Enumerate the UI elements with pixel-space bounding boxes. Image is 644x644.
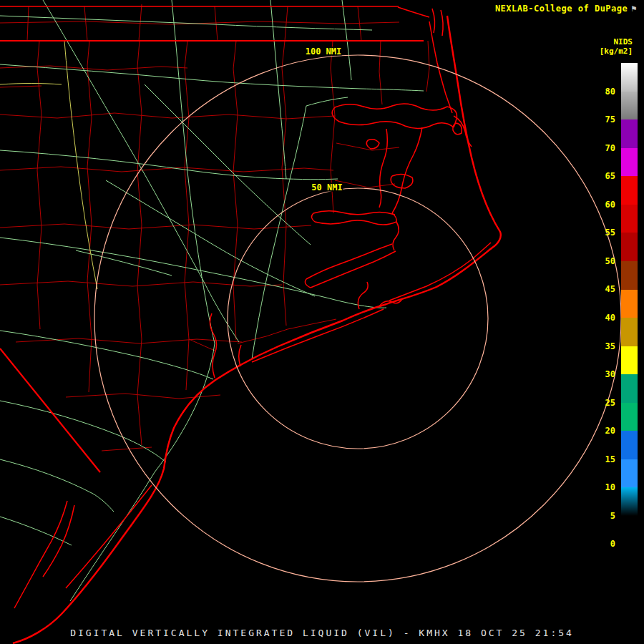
colorbar-tick-label: 40 [605,313,615,323]
colorbar-tick-label: 35 [605,341,615,351]
colorbar-segment [621,119,638,148]
range-ring-50nmi [228,188,488,449]
colorbar-tick-label: 75 [605,114,615,125]
colorbar-segment [621,261,638,290]
colorbar-tick-label: 25 [605,398,615,408]
colorbar-segment [621,346,638,375]
range-ring-label-100: 100 NMI [306,47,342,57]
colorbar-segment [621,431,638,459]
colorbar-segment [621,516,638,545]
colorbar-tick-label: 55 [605,228,615,238]
colorbar-segment [621,148,638,177]
colorbar-segment [621,205,638,233]
colorbar-segment [621,459,638,488]
colorbar-tick-label: 0 [610,539,615,549]
water-features-layer [14,7,491,608]
colorbar-segment [621,290,638,318]
colorbar [621,63,638,572]
colorbar-segment [621,176,638,205]
state-borders-layer [0,6,424,472]
colorbar-tick-label: 80 [605,87,615,97]
colorbar-tick-label: 60 [605,200,615,210]
colorbar-segment [621,233,638,261]
product-title: NIDS [600,37,633,47]
colorbar-segment [621,403,638,431]
colorbar-segment [621,487,638,516]
colorbar-segment [621,63,638,92]
map-svg: 50 NMI 100 NMI [0,0,644,644]
attribution-text: NEXLAB-College of DuPage [495,4,628,14]
colorbar-segment [621,92,638,120]
colorbar-tick-label: 20 [605,426,615,436]
attribution-bar: NEXLAB-College of DuPage ⚑ [495,4,637,14]
colorbar-tick-label: 5 [610,511,615,521]
county-boundaries-layer [0,4,429,451]
colorbar-segment [621,374,638,403]
colorbar-segment [621,545,638,573]
colorbar-title-block: NIDS [kg/m2] [600,37,633,56]
colorbar-tick-label: 45 [605,284,615,294]
colorbar-tick-label: 50 [605,256,615,266]
product-units: [kg/m2] [600,47,633,56]
colorbar-tick-label: 15 [605,454,615,464]
cod-flag-icon: ⚑ [631,4,637,14]
range-ring-100nmi [94,55,621,582]
radar-display: 50 NMI 100 NMI NEXLAB-College of DuPage … [0,0,644,644]
colorbar-tick-label: 30 [605,369,615,379]
colorbar-tick-label: 65 [605,171,615,181]
colorbar-segment [621,318,638,346]
range-ring-label-50: 50 NMI [311,182,342,192]
colorbar-tick-label: 70 [605,143,615,153]
footer-caption: DIGITAL VERTICALLY INTEGRATED LIQUID (VI… [0,628,644,638]
colorbar-labels: 80757065605550454035302520151050 [591,63,615,572]
colorbar-tick-label: 10 [605,482,615,492]
roads-layer [0,0,424,601]
